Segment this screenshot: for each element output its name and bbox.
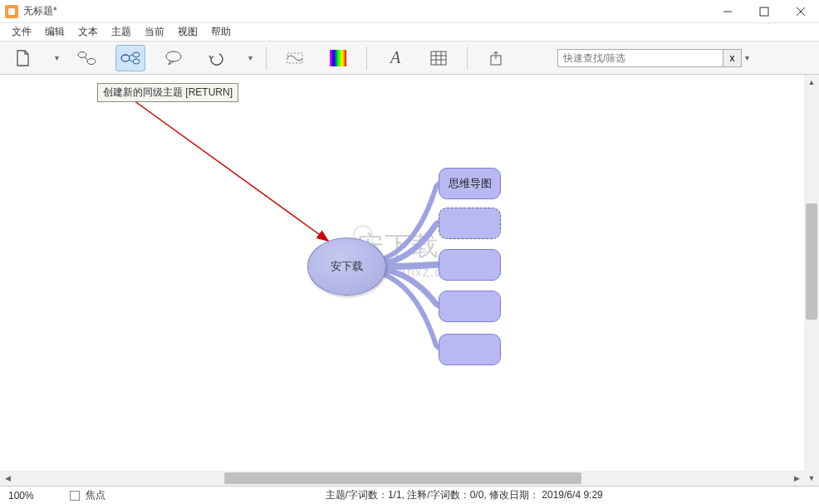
checkbox-icon[interactable]: [70, 491, 80, 501]
menu-topic[interactable]: 主题: [105, 23, 138, 41]
table-button[interactable]: [424, 45, 454, 71]
window-title: 无标题*: [23, 4, 57, 18]
menu-view[interactable]: 视图: [171, 23, 204, 41]
chevron-down-icon[interactable]: ▾: [745, 53, 749, 62]
annotation-arrow: [0, 75, 819, 486]
color-button[interactable]: [323, 45, 353, 71]
clear-search-button[interactable]: x: [723, 49, 742, 67]
tooltip: 创建新的同级主题 [RETURN]: [97, 83, 238, 102]
new-document-button[interactable]: [8, 45, 38, 71]
svg-rect-11: [330, 50, 346, 66]
focus-toggle[interactable]: 焦点: [70, 488, 105, 502]
undo-button[interactable]: [202, 45, 232, 71]
mindmap-child-node[interactable]: 思维导图: [439, 168, 501, 199]
scroll-up-icon[interactable]: ▲: [804, 75, 819, 90]
scrollbar-thumb[interactable]: [224, 472, 581, 484]
menu-current[interactable]: 当前: [138, 23, 171, 41]
status-info: 主题/字词数：1/1, 注释/字词数：0/0, 修改日期： 2019/6/4 9…: [117, 488, 811, 502]
svg-point-9: [133, 59, 140, 64]
new-child-topic-button[interactable]: [72, 45, 102, 71]
new-sibling-topic-button[interactable]: [115, 45, 145, 71]
mindmap-child-node[interactable]: [439, 291, 501, 322]
title-bar: 无标题*: [0, 0, 819, 23]
search-box: x ▾: [557, 49, 749, 67]
mindmap-root-node[interactable]: 安下载: [307, 237, 386, 296]
scroll-right-icon[interactable]: ▶: [789, 471, 804, 486]
focus-label: 焦点: [86, 489, 105, 501]
mindmap-child-node[interactable]: [439, 334, 501, 365]
menu-help[interactable]: 帮助: [204, 23, 238, 41]
svg-rect-0: [8, 8, 15, 15]
search-input[interactable]: [557, 49, 723, 67]
svg-line-18: [119, 90, 328, 241]
zoom-level[interactable]: 100%: [8, 490, 58, 502]
svg-rect-2: [760, 7, 768, 16]
close-button[interactable]: [782, 0, 819, 23]
status-bar: 100% 焦点 主题/字词数：1/1, 注释/字词数：0/0, 修改日期： 20…: [0, 486, 819, 504]
scrollbar-thumb[interactable]: [806, 203, 817, 320]
font-button[interactable]: A: [380, 45, 410, 71]
mindmap-child-node[interactable]: [439, 208, 501, 239]
app-icon: [5, 5, 18, 18]
chevron-down-icon[interactable]: ▾: [248, 53, 253, 62]
scroll-left-icon[interactable]: ◀: [0, 471, 15, 486]
menu-text[interactable]: 文本: [71, 23, 105, 41]
canvas-area[interactable]: 创建新的同级主题 [RETURN] 安下载 anxz.com 安下载 思维导图 …: [0, 75, 819, 486]
menu-bar: 文件 编辑 文本 主题 当前 视图 帮助: [0, 23, 819, 42]
vertical-scrollbar[interactable]: ▲ ▼: [804, 75, 819, 486]
callout-button[interactable]: [159, 45, 189, 71]
menu-edit[interactable]: 编辑: [38, 23, 71, 41]
toolbar-separator: [366, 46, 367, 70]
mindmap-child-node[interactable]: [439, 249, 501, 281]
boundary-button[interactable]: [280, 45, 310, 71]
svg-point-10: [166, 51, 181, 61]
share-button[interactable]: [481, 45, 511, 71]
horizontal-scrollbar[interactable]: ◀ ▶: [0, 471, 804, 486]
svg-point-6: [87, 58, 96, 64]
toolbar-separator: [467, 46, 468, 70]
toolbar: ▾ ▾ A x ▾: [0, 42, 819, 75]
toolbar-separator: [266, 46, 267, 70]
mindmap-connectors: [0, 75, 819, 486]
chevron-down-icon[interactable]: ▾: [55, 53, 59, 62]
svg-point-7: [121, 55, 130, 61]
menu-file[interactable]: 文件: [5, 23, 38, 41]
minimize-button[interactable]: [709, 0, 746, 23]
maximize-button[interactable]: [746, 0, 782, 23]
svg-rect-12: [431, 51, 446, 65]
svg-point-8: [133, 52, 140, 57]
scroll-down-icon[interactable]: ▼: [804, 471, 819, 486]
